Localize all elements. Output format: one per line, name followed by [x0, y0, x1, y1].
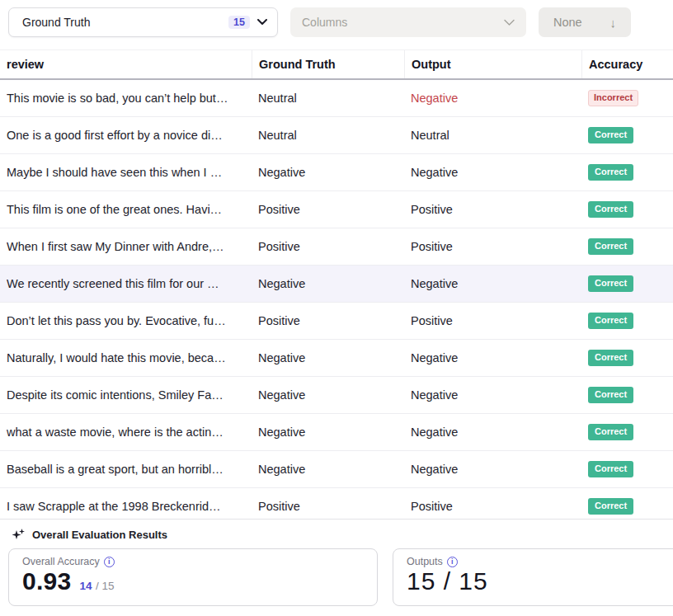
cell-ground-truth: Positive	[252, 240, 404, 253]
table-row[interactable]: Don’t let this pass you by. Evocative, f…	[0, 303, 673, 340]
table-row[interactable]: When I first saw My Dinner with Andre,… …	[0, 228, 673, 266]
accuracy-badge: Correct	[588, 238, 633, 254]
cell-accuracy: Incorrect	[581, 90, 673, 106]
table-row[interactable]: One is a good first effort by a novice d…	[0, 117, 673, 154]
ground-truth-value: Negative	[258, 426, 305, 439]
outputs-value: 15 / 15	[407, 567, 488, 595]
table-row[interactable]: Naturally, I would hate this movie, beca…	[0, 340, 673, 377]
cell-review: I saw Scrapple at the 1998 Breckenrid…	[0, 500, 252, 513]
accuracy-badge: Correct	[588, 424, 633, 440]
cell-accuracy: Correct	[581, 238, 673, 254]
cell-ground-truth: Neutral	[252, 92, 404, 105]
cell-review: Maybe I should have seen this when I …	[0, 166, 252, 179]
cell-ground-truth: Positive	[252, 500, 404, 513]
overall-accuracy-card: Overall Accuracy i 0.93 14 / 15	[8, 548, 378, 606]
outputs-label-row: Outputs i	[407, 556, 673, 567]
header-ground-truth[interactable]: Ground Truth	[252, 50, 404, 78]
review-text: Maybe I should have seen this when I …	[7, 166, 252, 179]
outputs-label: Outputs	[407, 556, 443, 567]
header-accuracy[interactable]: Accuracy	[581, 50, 673, 78]
accuracy-badge: Correct	[588, 461, 633, 477]
cell-ground-truth: Negative	[252, 351, 404, 364]
review-text: what a waste movie, where is the actin…	[7, 426, 252, 439]
cell-ground-truth: Negative	[252, 277, 404, 290]
ground-truth-value: Negative	[258, 351, 305, 364]
chevron-down-icon	[257, 19, 267, 26]
table-row[interactable]: Maybe I should have seen this when I … N…	[0, 154, 673, 191]
accuracy-badge: Correct	[588, 350, 633, 365]
accuracy-badge: Correct	[588, 127, 633, 143]
output-value: Positive	[411, 314, 453, 327]
cell-review: When I first saw My Dinner with Andre,…	[0, 240, 252, 253]
cell-review: Don’t let this pass you by. Evocative, f…	[0, 314, 252, 327]
cell-output: Positive	[404, 500, 581, 513]
cell-ground-truth: Negative	[252, 166, 404, 179]
review-text: We recently screened this film for our …	[7, 277, 252, 290]
output-value: Negative	[411, 277, 458, 290]
outputs-card: Outputs i 15 / 15	[393, 548, 673, 606]
cell-output: Negative	[404, 463, 581, 476]
cell-review: Naturally, I would hate this movie, beca…	[0, 351, 252, 364]
ground-truth-select-right: 15	[228, 16, 267, 29]
cell-output: Neutral	[404, 129, 581, 142]
cell-review: This movie is so bad, you can’t help but…	[0, 92, 252, 105]
table-row[interactable]: what a waste movie, where is the actin… …	[0, 414, 673, 451]
accuracy-badge: Correct	[588, 275, 633, 291]
output-value: Negative	[411, 388, 458, 402]
ground-truth-value: Positive	[258, 203, 300, 216]
output-value: Positive	[411, 500, 453, 513]
cell-ground-truth: Positive	[252, 203, 404, 216]
accuracy-badge: Correct	[588, 201, 633, 217]
count-badge: 15	[228, 16, 250, 29]
review-text: Naturally, I would hate this movie, beca…	[7, 351, 252, 364]
output-value: Negative	[411, 426, 458, 439]
cell-review: This film is one of the great ones. Havi…	[0, 203, 252, 216]
table-row[interactable]: Despite its comic intentions, Smiley Fa……	[0, 377, 673, 414]
review-text: Baseball is a great sport, but an horrib…	[7, 463, 252, 476]
ground-truth-value: Positive	[258, 314, 300, 327]
ground-truth-select[interactable]: Ground Truth 15	[8, 7, 278, 37]
fraction-numerator: 14	[80, 580, 92, 592]
header-review[interactable]: review	[0, 50, 252, 78]
sparkles-icon	[12, 528, 26, 541]
cell-output: Negative	[404, 426, 581, 439]
review-text: Despite its comic intentions, Smiley Fa…	[7, 388, 252, 402]
info-icon[interactable]: i	[447, 557, 458, 567]
ground-truth-value: Negative	[258, 463, 305, 476]
review-text: I saw Scrapple at the 1998 Breckenrid…	[7, 500, 252, 513]
ground-truth-value: Neutral	[258, 92, 297, 105]
cell-ground-truth: Neutral	[252, 129, 404, 142]
cell-accuracy: Correct	[581, 461, 673, 477]
table-body: This movie is so bad, you can’t help but…	[0, 80, 673, 525]
header-output[interactable]: Output	[404, 50, 581, 78]
sort-button[interactable]: None ↓	[539, 7, 631, 37]
overall-accuracy-value: 0.93	[22, 567, 72, 595]
table-row[interactable]: Baseball is a great sport, but an horrib…	[0, 451, 673, 488]
outputs-value-row: 15 / 15	[407, 567, 673, 595]
cell-output: Positive	[404, 314, 581, 327]
ground-truth-select-label: Ground Truth	[22, 16, 91, 29]
cell-output: Negative	[404, 92, 581, 105]
cell-ground-truth: Negative	[252, 426, 404, 439]
cell-output: Negative	[404, 388, 581, 402]
review-text: Don’t let this pass you by. Evocative, f…	[7, 314, 252, 327]
cell-accuracy: Correct	[581, 498, 673, 514]
table-row[interactable]: We recently screened this film for our ……	[0, 266, 673, 303]
output-value: Negative	[411, 463, 458, 476]
cell-output: Positive	[404, 240, 581, 253]
accuracy-badge: Correct	[588, 313, 633, 328]
accuracy-badge: Correct	[588, 164, 633, 180]
cell-review: One is a good first effort by a novice d…	[0, 129, 252, 142]
cell-accuracy: Correct	[581, 201, 673, 217]
table-row[interactable]: This film is one of the great ones. Havi…	[0, 191, 673, 228]
table-header: review Ground Truth Output Accuracy	[0, 49, 673, 80]
cell-accuracy: Correct	[581, 313, 673, 328]
cell-output: Negative	[404, 277, 581, 290]
info-icon[interactable]: i	[104, 557, 115, 567]
columns-select[interactable]: Columns	[290, 7, 526, 37]
cell-review: what a waste movie, where is the actin…	[0, 426, 252, 439]
cell-accuracy: Correct	[581, 127, 673, 143]
review-text: One is a good first effort by a novice d…	[7, 129, 252, 142]
cell-accuracy: Correct	[581, 387, 673, 402]
table-row[interactable]: This movie is so bad, you can’t help but…	[0, 80, 673, 117]
